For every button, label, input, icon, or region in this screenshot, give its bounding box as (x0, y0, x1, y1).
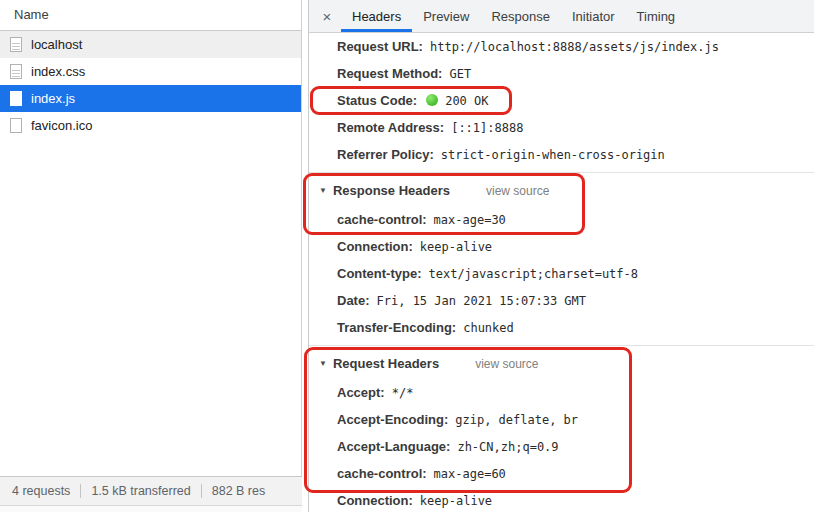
headers-pane: Request URL:http://localhost:8888/assets… (309, 33, 814, 512)
document-file-icon (10, 91, 22, 106)
header-value: max-age=60 (434, 467, 506, 481)
header-value: max-age=30 (434, 213, 506, 227)
header-value: keep-alive (420, 240, 492, 254)
section-title-label: Response Headers (333, 183, 450, 198)
request-row-label: index.css (31, 64, 85, 79)
close-icon[interactable]: × (313, 0, 341, 32)
tab-headers[interactable]: Headers (341, 0, 412, 32)
network-request-list-panel: Name localhost index.css index.js favico… (0, 0, 302, 512)
request-headers-section-header[interactable]: ▼Request Headersview source (319, 350, 814, 377)
request-row-label: favicon.ico (31, 118, 92, 133)
response-header-row: Connection:keep-alive (337, 233, 814, 260)
header-name: Accept-Encoding: (337, 412, 448, 427)
header-name: Referrer Policy: (337, 147, 434, 162)
request-row-index-js[interactable]: index.js (0, 85, 301, 112)
header-value: gzip, deflate, br (455, 413, 578, 427)
collapse-arrow-icon: ▼ (319, 359, 327, 368)
view-source-link[interactable]: view source (475, 357, 538, 371)
header-name: Date: (337, 293, 370, 308)
tab-timing[interactable]: Timing (626, 0, 687, 32)
header-name: Request Method: (337, 66, 442, 81)
document-file-icon (10, 118, 22, 133)
header-name: Connection: (337, 493, 413, 508)
request-method-row: Request Method:GET (337, 60, 814, 87)
section-divider (309, 345, 814, 346)
devtools-network-panel: Name localhost index.css index.js favico… (0, 0, 814, 512)
header-name: Status Code: (337, 93, 417, 108)
header-name: Accept-Language: (337, 439, 450, 454)
header-name: Content-type: (337, 266, 422, 281)
header-value: text/javascript;charset=utf-8 (429, 267, 639, 281)
document-file-icon (10, 64, 22, 79)
transferred-size: 1.5 kB transferred (80, 484, 200, 498)
view-source-link[interactable]: view source (486, 184, 549, 198)
header-value: [::1]:8888 (451, 121, 523, 135)
name-column-header[interactable]: Name (0, 0, 301, 31)
collapse-arrow-icon: ▼ (319, 186, 327, 195)
header-value: GET (449, 67, 471, 81)
response-header-row: Transfer-Encoding:chunked (337, 314, 814, 341)
response-header-row: Content-type:text/javascript;charset=utf… (337, 260, 814, 287)
header-name: Remote Address: (337, 120, 444, 135)
request-header-row: cache-control:max-age=60 (337, 460, 814, 487)
panel-bottom-strip (0, 506, 302, 512)
header-name: Accept: (337, 385, 385, 400)
network-summary-bar: 4 requests 1.5 kB transferred 882 B res (0, 476, 302, 506)
request-header-row: Connection:keep-alive (337, 487, 814, 512)
header-name: Transfer-Encoding: (337, 320, 456, 335)
request-details-panel: × Headers Preview Response Initiator Tim… (308, 0, 814, 512)
request-row-localhost[interactable]: localhost (0, 31, 301, 58)
request-header-row: Accept-Encoding:gzip, deflate, br (337, 406, 814, 433)
details-tab-bar: × Headers Preview Response Initiator Tim… (309, 0, 814, 33)
response-header-row: Date:Fri, 15 Jan 2021 15:07:33 GMT (337, 287, 814, 314)
request-header-row: Accept-Language:zh-CN,zh;q=0.9 (337, 433, 814, 460)
requests-count: 4 requests (0, 484, 80, 498)
header-value: Fri, 15 Jan 2021 15:07:33 GMT (377, 294, 587, 308)
remote-address-row: Remote Address:[::1]:8888 (337, 114, 814, 141)
header-value: strict-origin-when-cross-origin (441, 148, 665, 162)
request-header-row: Accept:*/* (337, 379, 814, 406)
request-row-index-css[interactable]: index.css (0, 58, 301, 85)
tab-response[interactable]: Response (480, 0, 561, 32)
tab-preview[interactable]: Preview (412, 0, 480, 32)
request-row-favicon-ico[interactable]: favicon.ico (0, 112, 301, 139)
header-name: Connection: (337, 239, 413, 254)
name-column-label: Name (14, 7, 49, 22)
section-divider (309, 172, 814, 173)
status-code-row: Status Code:200 OK (337, 87, 814, 114)
header-name: cache-control: (337, 466, 427, 481)
header-value: 200 OK (445, 94, 488, 108)
header-value: http://localhost:8888/assets/js/index.js (430, 40, 719, 54)
request-url-row: Request URL:http://localhost:8888/assets… (337, 33, 814, 60)
header-name: Request URL: (337, 39, 423, 54)
header-value: zh-CN,zh;q=0.9 (457, 440, 558, 454)
header-value: keep-alive (420, 494, 492, 508)
referrer-policy-row: Referrer Policy:strict-origin-when-cross… (337, 141, 814, 168)
request-row-label: localhost (31, 37, 82, 52)
header-name: cache-control: (337, 212, 427, 227)
response-header-row: cache-control:max-age=30 (337, 206, 814, 233)
tab-initiator[interactable]: Initiator (561, 0, 626, 32)
header-value: */* (392, 386, 414, 400)
request-row-label: index.js (31, 91, 75, 106)
document-file-icon (10, 37, 22, 52)
resources-size: 882 B res (201, 484, 276, 498)
response-headers-section-header[interactable]: ▼Response Headersview source (319, 177, 814, 204)
header-value: chunked (463, 321, 514, 335)
status-ok-dot-icon (426, 94, 438, 106)
section-title-label: Request Headers (333, 356, 439, 371)
